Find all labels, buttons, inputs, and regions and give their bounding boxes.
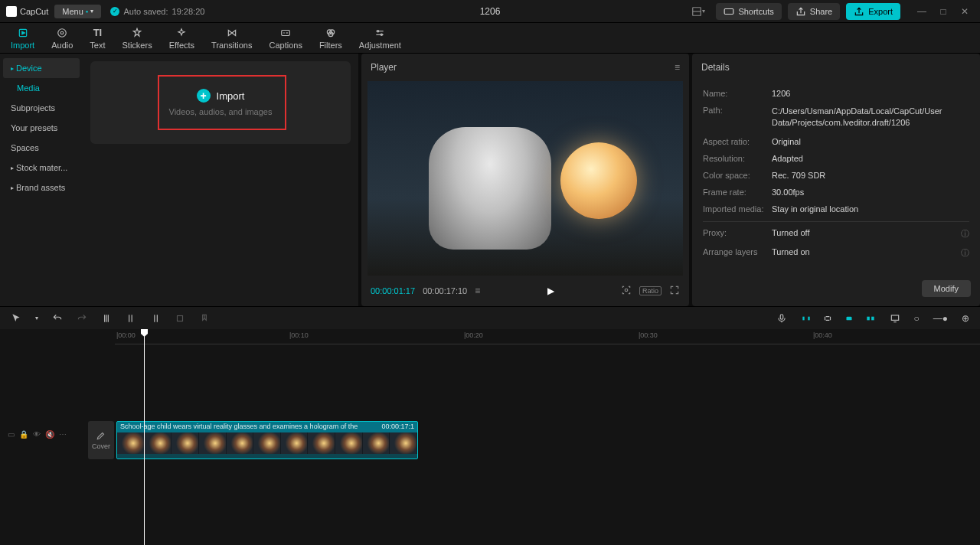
list-icon[interactable]: ≡ [475, 286, 480, 296]
ratio-button[interactable]: Ratio [639, 286, 662, 295]
sidebar-item-media[interactable]: Media [3, 78, 80, 98]
zoom-out-icon[interactable]: ○ [911, 312, 923, 325]
text-icon: TI [90, 27, 104, 39]
export-button[interactable]: Export [846, 3, 900, 20]
svg-point-6 [61, 31, 64, 34]
app-name: CapCut [20, 7, 48, 16]
detail-label: Imported media: [703, 204, 772, 214]
layout-icon[interactable]: ▾ [687, 4, 710, 19]
undo-button[interactable] [49, 312, 66, 325]
tool-dropdown-icon[interactable]: ▾ [32, 313, 41, 323]
media-panel: ▸Device Media Subprojects Your presets S… [0, 54, 358, 306]
tab-effects[interactable]: Effects [166, 25, 198, 51]
detail-value: Rec. 709 SDR [772, 171, 969, 180]
sidebar-item-presets[interactable]: Your presets [3, 118, 80, 138]
svg-rect-23 [178, 315, 183, 321]
details-title: Details [701, 62, 730, 73]
tab-stickers[interactable]: Stickers [119, 25, 155, 51]
tab-filters[interactable]: Filters [316, 25, 345, 51]
pointer-tool[interactable] [8, 312, 24, 325]
sidebar-item-stock[interactable]: ▸Stock mater... [3, 158, 80, 178]
shortcuts-button[interactable]: Shortcuts [716, 3, 781, 20]
track-toggle-icon[interactable]: ▭ [8, 430, 15, 439]
cover-button[interactable]: Cover [88, 421, 114, 459]
redo-button[interactable] [74, 312, 90, 325]
tab-transitions[interactable]: Transitions [208, 25, 255, 51]
snap-tool[interactable] [841, 312, 858, 325]
menu-button[interactable]: Menu●▾ [54, 5, 101, 18]
svg-rect-30 [891, 315, 898, 319]
track-controls[interactable]: ▭ 🔒 👁 🔇 ⋯ [8, 430, 67, 439]
media-sidebar: ▸Device Media Subprojects Your presets S… [0, 54, 83, 306]
timeline[interactable]: |00:00 |00:10 |00:20 |00:30 |00:40 ▭ 🔒 👁… [0, 329, 980, 545]
app-logo: CapCut [6, 6, 48, 17]
scan-icon[interactable] [621, 285, 632, 298]
fullscreen-icon[interactable] [669, 285, 680, 298]
tab-text[interactable]: TI Text [87, 25, 108, 51]
minimize-button[interactable]: — [913, 2, 931, 21]
timeline-ruler[interactable]: |00:00 |00:10 |00:20 |00:30 |00:40 [115, 329, 980, 344]
mute-icon[interactable]: 🔇 [45, 430, 54, 439]
close-button[interactable]: ✕ [956, 2, 974, 21]
tab-audio[interactable]: Audio [48, 25, 76, 51]
details-panel: Details Name:1206 Path:C:/Users/Usman/Ap… [692, 54, 980, 306]
project-title: 1206 [480, 6, 501, 17]
detail-label: Resolution: [703, 154, 772, 163]
more-icon[interactable]: ⋯ [59, 430, 67, 439]
eye-icon[interactable]: 👁 [33, 430, 41, 439]
autosave-status: ✓ Auto saved: 19:28:20 [110, 7, 204, 16]
svg-rect-7 [282, 30, 290, 35]
play-button[interactable]: ▶ [547, 286, 554, 296]
detail-label: Color space: [703, 171, 772, 180]
screen-tool[interactable] [887, 312, 903, 325]
sidebar-item-spaces[interactable]: Spaces [3, 138, 80, 158]
detail-value: Original [772, 137, 969, 146]
trim-left-tool[interactable] [122, 312, 139, 325]
magnet-tool[interactable] [798, 312, 815, 325]
tab-import[interactable]: Import [8, 25, 38, 51]
transitions-icon [225, 27, 239, 39]
marker-tool[interactable] [196, 312, 213, 325]
tab-captions[interactable]: Captions [266, 25, 305, 51]
detail-value: 1206 [772, 89, 969, 98]
sidebar-item-subprojects[interactable]: Subprojects [3, 98, 80, 118]
svg-point-17 [625, 289, 628, 292]
trim-right-tool[interactable] [147, 312, 164, 325]
export-icon [854, 6, 864, 17]
timeline-toolbar: ▾ ○ —● ⊕ [0, 306, 980, 329]
effects-icon [175, 27, 188, 39]
delete-tool[interactable] [172, 312, 188, 325]
detail-value: Turned on [772, 247, 961, 259]
preview-tool[interactable] [862, 312, 879, 325]
info-icon[interactable]: ⓘ [961, 247, 969, 259]
sidebar-item-brand[interactable]: ▸Brand assets [3, 178, 80, 197]
video-preview[interactable] [368, 81, 683, 276]
modify-button[interactable]: Modify [922, 280, 971, 297]
maximize-button[interactable]: □ [934, 2, 952, 21]
playhead[interactable] [144, 329, 145, 545]
highlight-annotation [158, 75, 286, 130]
svg-rect-28 [867, 316, 870, 320]
stickers-icon [130, 27, 144, 39]
detail-label: Path: [703, 106, 772, 129]
link-tool[interactable] [819, 312, 836, 325]
detail-value: Stay in original location [772, 204, 969, 214]
tab-adjustment[interactable]: Adjustment [356, 25, 404, 51]
adjustment-icon [373, 27, 387, 39]
audio-icon [55, 27, 69, 39]
share-button[interactable]: Share [788, 3, 840, 20]
split-tool[interactable] [98, 312, 115, 325]
titlebar: CapCut Menu●▾ ✓ Auto saved: 19:28:20 120… [0, 0, 980, 23]
video-clip[interactable]: School-age child wears virtual reality g… [116, 421, 418, 459]
mic-icon[interactable] [773, 312, 790, 325]
import-dropzone[interactable]: + Import Videos, audios, and images [90, 61, 351, 144]
zoom-fit-icon[interactable]: ⊕ [959, 312, 972, 325]
zoom-slider[interactable]: —● [930, 312, 951, 325]
sidebar-item-device[interactable]: ▸Device [3, 58, 80, 78]
lock-icon[interactable]: 🔒 [19, 430, 28, 439]
info-icon[interactable]: ⓘ [961, 228, 969, 240]
svg-rect-26 [808, 316, 809, 320]
svg-point-5 [58, 28, 67, 37]
player-menu-icon[interactable]: ≡ [675, 62, 680, 73]
pencil-icon [96, 430, 106, 441]
